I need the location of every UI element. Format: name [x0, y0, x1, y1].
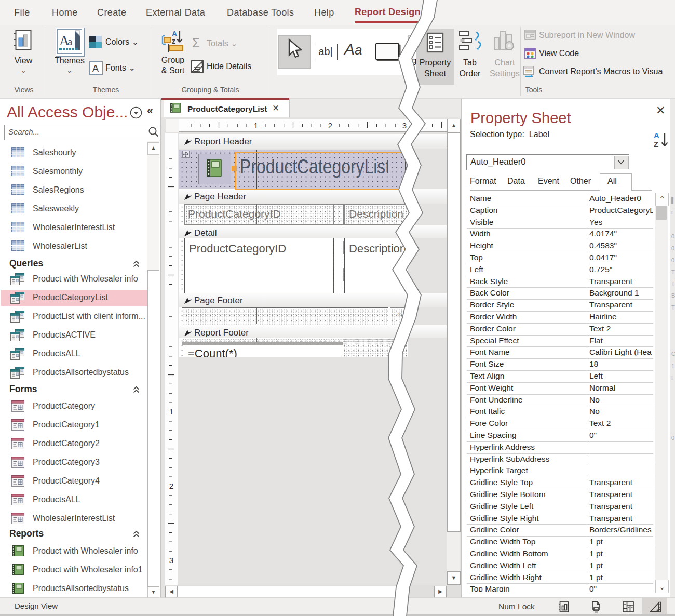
svg-text:Z: Z [654, 140, 658, 149]
svg-text:3: 3 [402, 121, 407, 130]
svg-text:A: A [92, 63, 99, 74]
svg-text:3: 3 [169, 556, 173, 565]
svg-text:z: z [172, 37, 176, 45]
svg-text:2: 2 [328, 121, 332, 130]
svg-text:1: 1 [169, 407, 173, 416]
svg-text:A: A [654, 131, 659, 140]
svg-text:1: 1 [254, 121, 258, 130]
svg-text:2: 2 [169, 481, 173, 490]
svg-text:a: a [68, 35, 73, 48]
